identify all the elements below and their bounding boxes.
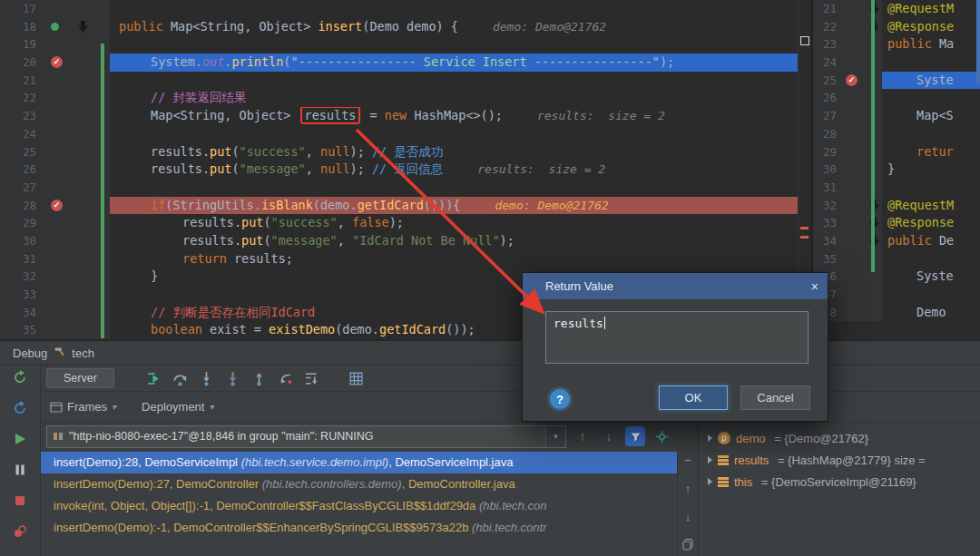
breakpoint-icon[interactable]: ✓ <box>51 56 63 68</box>
code-line[interactable]: 28✓if(StringUtils.isBlank(demo.getIdCard… <box>0 197 798 215</box>
tab-deployment[interactable]: Deployment▾ <box>142 400 213 414</box>
breakpoint-icon[interactable]: ✓ <box>846 74 858 86</box>
up-arrow-icon[interactable]: ↑ <box>685 482 691 495</box>
gutter-icons[interactable] <box>42 268 110 286</box>
tab-frames[interactable]: Frames▾ <box>50 400 116 414</box>
gutter-icons[interactable] <box>842 197 882 215</box>
settings-icon[interactable] <box>652 426 671 446</box>
variable-row[interactable]: results = {HashMap@21779} size = <box>699 449 980 471</box>
step-over-icon[interactable] <box>172 369 190 387</box>
code-line[interactable]: 17 <box>0 0 798 18</box>
dialog-title-bar[interactable]: Return Value × <box>523 273 828 299</box>
code-line[interactable]: 38Demo <box>813 304 980 322</box>
gutter-icons[interactable] <box>842 18 882 36</box>
pause-icon[interactable] <box>12 462 28 478</box>
code-line[interactable]: 23public Ma <box>813 35 980 54</box>
gutter-icons[interactable] <box>842 286 882 304</box>
close-icon[interactable]: × <box>811 279 818 294</box>
run-to-cursor-icon[interactable] <box>303 369 321 387</box>
gutter-icons[interactable] <box>42 321 110 339</box>
code-line[interactable]: 23Map<String, Object> results = new Hash… <box>0 107 798 125</box>
code-line[interactable]: 25✓Syste <box>813 72 980 90</box>
code-line[interactable]: 34public De <box>813 232 980 250</box>
stack-frame-row[interactable]: insertDemo(Demo):-1, DemoController$$Enh… <box>41 517 677 539</box>
expand-arrow-icon[interactable] <box>708 478 712 485</box>
code-line[interactable]: 29results.put("success", false); <box>0 214 798 232</box>
code-line[interactable]: 21 <box>0 72 798 90</box>
code-line[interactable]: 29retur <box>813 143 980 161</box>
gutter-icons[interactable] <box>842 179 882 197</box>
gutter-icons[interactable] <box>842 268 882 286</box>
code-line[interactable]: 31return results; <box>0 250 798 268</box>
stack-frame-row[interactable]: invoke(int, Object, Object[]):-1, DemoCo… <box>41 495 677 517</box>
gutter-icons[interactable] <box>842 89 882 107</box>
gutter-icons[interactable] <box>42 0 110 18</box>
stack-frame-row[interactable]: insertDemo(Demo):27, DemoController (hbi… <box>41 473 677 495</box>
drop-frame-icon[interactable] <box>277 369 295 387</box>
memory-view-icon[interactable] <box>348 369 366 387</box>
gutter-icons[interactable] <box>42 161 110 179</box>
code-line[interactable]: 27Map<S <box>813 107 980 125</box>
code-line[interactable]: 33@Response <box>813 214 980 232</box>
gutter-icons[interactable] <box>842 125 882 143</box>
gutter-icons[interactable]: ✓ <box>42 197 110 215</box>
gutter-icons[interactable] <box>42 286 110 304</box>
code-line[interactable]: 21@RequestM <box>813 0 980 18</box>
collapse-icon[interactable]: − <box>684 454 691 467</box>
code-line[interactable]: 26 <box>813 89 980 107</box>
gutter-icons[interactable] <box>842 107 882 125</box>
next-frame-icon[interactable]: ↓ <box>599 426 619 446</box>
resume-icon[interactable] <box>12 431 28 447</box>
gutter-icons[interactable] <box>42 35 110 54</box>
tab-debug[interactable]: Debug <box>13 346 47 360</box>
ok-button[interactable]: OK <box>659 385 728 410</box>
gutter-icons[interactable] <box>42 107 110 125</box>
help-button[interactable]: ? <box>550 389 570 409</box>
previous-frame-icon[interactable]: ↑ <box>573 426 593 446</box>
gutter-icons[interactable]: ✓ <box>42 54 110 72</box>
editor-right[interactable]: 21@RequestM22@Response23public Ma2425✓Sy… <box>811 0 980 340</box>
code-line[interactable]: 24 <box>0 125 798 143</box>
gutter-icons[interactable] <box>42 89 110 107</box>
code-line[interactable]: 28 <box>813 125 980 143</box>
code-line[interactable]: 18public Map<String, Object> insert(Demo… <box>0 18 798 36</box>
gutter-icons[interactable] <box>42 125 110 143</box>
gutter-icons[interactable] <box>42 232 110 250</box>
gutter-icons[interactable] <box>842 250 882 268</box>
code-line[interactable]: 25results.put("success", null); // 是否成功 <box>0 143 798 161</box>
expand-arrow-icon[interactable] <box>708 434 712 442</box>
gutter-icons[interactable] <box>842 304 882 322</box>
code-line[interactable]: 35 <box>813 250 980 268</box>
step-out-icon[interactable] <box>250 369 269 387</box>
variable-row[interactable]: this = {DemoServiceImpl@21169} <box>699 471 980 493</box>
gutter-icons[interactable] <box>42 18 110 36</box>
filter-frames-icon[interactable] <box>625 426 645 446</box>
code-line[interactable]: 22// 封装返回结果 <box>0 89 798 107</box>
code-line[interactable]: 37 <box>813 286 980 304</box>
scrollbar-thumb[interactable] <box>976 0 980 83</box>
gutter-icons[interactable] <box>842 35 882 54</box>
code-line[interactable]: 31 <box>813 179 980 197</box>
code-line[interactable]: 32@RequestM <box>813 197 980 215</box>
code-line[interactable]: 30} <box>813 161 980 179</box>
view-breakpoints-icon[interactable] <box>12 523 28 540</box>
code-line[interactable]: 20✓System.out.println("---------------- … <box>0 54 798 72</box>
code-line[interactable]: 36Syste <box>813 268 980 286</box>
thread-selector[interactable]: "http-nio-8080-exec-17"@18,846 in group … <box>46 425 566 448</box>
stack-frame-row[interactable]: insert(Demo):28, DemoServiceImpl (hbi.te… <box>41 452 677 473</box>
update-application-icon[interactable] <box>12 400 28 416</box>
gutter-icons[interactable] <box>842 214 882 232</box>
gutter-icons[interactable] <box>842 143 882 161</box>
copy-icon[interactable] <box>681 538 694 553</box>
gutter-icons[interactable] <box>42 250 110 268</box>
rerun-icon[interactable] <box>12 369 28 385</box>
down-arrow-icon[interactable]: ↓ <box>685 510 691 523</box>
code-line[interactable]: 27 <box>0 179 798 197</box>
code-line[interactable]: 22@Response <box>813 18 980 36</box>
gutter-icons[interactable] <box>842 161 882 179</box>
gutter-icons[interactable] <box>42 304 110 322</box>
code-line[interactable]: 19 <box>0 35 798 54</box>
gutter-icons[interactable] <box>842 54 882 72</box>
show-execution-point-icon[interactable] <box>145 369 163 387</box>
gutter-icons[interactable] <box>842 0 882 18</box>
